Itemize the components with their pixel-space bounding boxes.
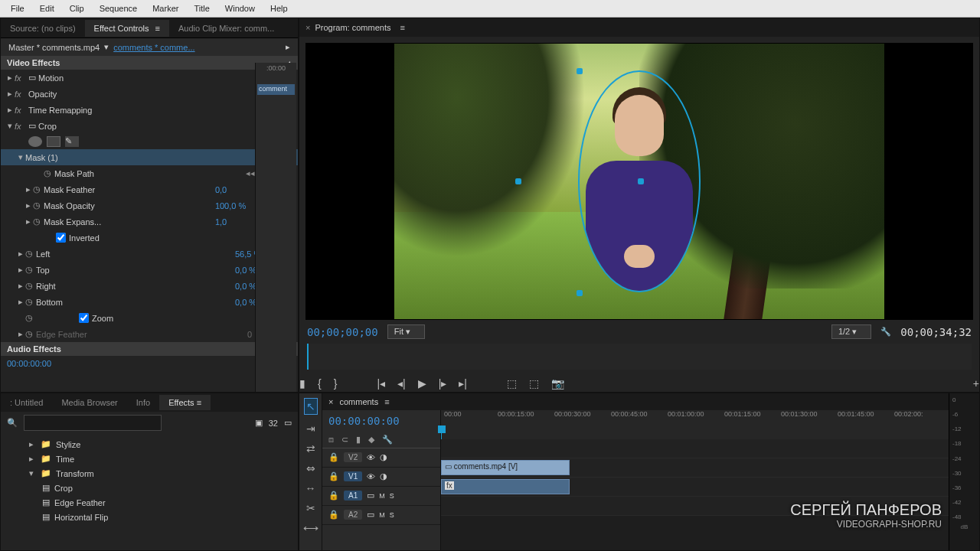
zoom-checkbox[interactable] [79, 313, 89, 323]
crop-right[interactable]: Right [36, 282, 235, 291]
mask-feather[interactable]: Mask Feather [44, 185, 215, 194]
toggle-track-output-icon[interactable]: 👁 [367, 472, 375, 481]
ec-timecode[interactable]: 00:00:00:00 [7, 359, 51, 369]
effects-tree[interactable]: ▸📁Stylize ▸📁Time ▾📁Transform ▤Crop ▤Edge… [1, 434, 298, 527]
track-v2[interactable]: V2 [344, 452, 362, 462]
play-icon[interactable]: ▸ [286, 42, 290, 52]
rolling-tool[interactable]: ⇔ [306, 462, 315, 474]
lock-icon[interactable]: 🔒 [328, 452, 339, 462]
step-forward-button[interactable]: |▸ [439, 377, 447, 390]
crop-bottom[interactable]: Bottom [36, 298, 235, 307]
resolution-dropdown[interactable]: 1/2 ▾ [831, 324, 871, 339]
crop-left[interactable]: Left [36, 249, 235, 259]
video-effects-header[interactable]: Video Effects [7, 58, 60, 67]
tab-effects[interactable]: Effects ≡ [159, 395, 211, 410]
ripple-tool[interactable]: ⇄ [306, 442, 315, 455]
accel-badge-icon[interactable]: ▣ [255, 418, 263, 428]
extract-button[interactable]: ⬚ [529, 377, 539, 390]
32bit-badge-icon[interactable]: 32 [269, 419, 278, 428]
mark-in-button[interactable]: { [318, 377, 322, 390]
lock-icon[interactable]: 🔒 [328, 471, 339, 481]
fx-time-remapping[interactable]: Time Remapping [28, 106, 293, 115]
menu-marker[interactable]: Marker [145, 2, 186, 15]
menu-help[interactable]: Help [263, 2, 296, 15]
marker-tool-icon[interactable]: ▮ [356, 435, 361, 445]
mask-handle[interactable] [638, 178, 644, 184]
export-frame-button[interactable]: 📷 [551, 377, 564, 390]
lock-icon[interactable]: 🔒 [328, 510, 339, 520]
menu-sequence[interactable]: Sequence [92, 2, 145, 15]
play-button[interactable]: ▶ [418, 377, 426, 390]
go-to-out-button[interactable]: ▸| [459, 377, 467, 390]
tab-project[interactable]: : Untitled [1, 395, 52, 410]
lock-icon[interactable]: 🔒 [328, 491, 339, 500]
inverted-checkbox[interactable] [56, 233, 66, 243]
mask-opacity[interactable]: Mask Opacity [44, 201, 215, 210]
tab-source[interactable]: Source: (no clips) [1, 20, 85, 37]
settings-icon[interactable]: 🔧 [880, 327, 891, 337]
effect-edge-feather[interactable]: Edge Feather [54, 498, 106, 507]
lane-v2[interactable] [441, 439, 979, 458]
effect-horizontal-flip[interactable]: Horizontal Flip [54, 513, 108, 522]
zoom-fit-dropdown[interactable]: Fit ▾ [387, 324, 425, 339]
menu-title[interactable]: Title [186, 2, 217, 15]
rate-stretch-tool[interactable]: ↔ [305, 482, 316, 494]
go-to-in-button[interactable]: |◂ [377, 377, 385, 390]
value-mask-expansion[interactable]: 1,0 [215, 217, 261, 227]
playhead[interactable] [441, 425, 442, 439]
rect-mask-button[interactable] [47, 136, 60, 147]
program-viewport[interactable] [394, 44, 884, 319]
step-back-button[interactable]: ◂| [397, 377, 406, 390]
panel-menu-icon[interactable]: ≡ [400, 23, 404, 32]
crop-top[interactable]: Top [36, 266, 235, 275]
mark-out-button[interactable]: } [334, 377, 338, 390]
tab-effect-controls[interactable]: Effect Controls≡ [85, 20, 169, 37]
track-a2[interactable]: A2 [344, 510, 362, 520]
clip-audio[interactable]: fx [441, 479, 570, 494]
slip-tool[interactable]: ⟷ [303, 522, 318, 534]
yuv-badge-icon[interactable]: ▭ [284, 418, 292, 428]
close-icon[interactable]: × [328, 397, 333, 406]
effect-crop[interactable]: Crop [54, 484, 73, 493]
pen-mask-button[interactable]: ✎ [65, 136, 79, 147]
value-mask-opacity[interactable]: 100,0 % [215, 201, 261, 210]
tab-media-browser[interactable]: Media Browser [52, 395, 126, 410]
track-v1[interactable]: V1 [344, 471, 362, 481]
lift-button[interactable]: ⬚ [507, 377, 517, 390]
mask-handle[interactable] [577, 290, 583, 296]
fx-mask[interactable]: Mask (1) [25, 153, 293, 162]
tab-audio-mixer[interactable]: Audio Clip Mixer: comm... [169, 20, 283, 37]
menu-edit[interactable]: Edit [32, 2, 62, 15]
snap-icon[interactable]: ⧈ [328, 435, 334, 445]
track-a1[interactable]: A1 [344, 491, 362, 500]
fx-crop[interactable]: Crop [38, 122, 281, 131]
timeline-tc[interactable]: 00:00:00:00 [328, 415, 400, 427]
program-tc-current[interactable]: 00;00;00;00 [307, 326, 378, 338]
clip-marker[interactable]: comment [257, 84, 295, 95]
mask-handle[interactable] [515, 178, 521, 184]
razor-tool[interactable]: ✂ [306, 502, 315, 514]
value-mask-feather[interactable]: 0,0 [215, 185, 261, 194]
selection-tool[interactable]: ↖ [304, 398, 318, 415]
mask-handle[interactable] [577, 68, 583, 74]
clip-video[interactable]: ▭ comments.mp4 [V] [441, 460, 570, 475]
breadcrumb-link[interactable]: comments * comme... [113, 43, 194, 52]
toggle-track-output-icon[interactable]: 👁 [367, 453, 375, 462]
close-icon[interactable]: × [305, 23, 310, 32]
menu-window[interactable]: Window [217, 2, 263, 15]
audio-effects-header[interactable]: Audio Effects [7, 344, 61, 354]
mask-expansion[interactable]: Mask Expans... [44, 217, 215, 227]
lane-a1[interactable]: fx [441, 478, 979, 497]
ellipse-mask-button[interactable] [28, 136, 42, 147]
menu-file[interactable]: File [3, 2, 32, 15]
sequence-name[interactable]: comments [339, 397, 378, 406]
lane-a2[interactable] [441, 497, 979, 516]
effect-controls-timeline[interactable]: :00:00 comment [255, 63, 296, 392]
timeline-ruler[interactable]: 00:00 00:00:15:00 00:00:30:00 00:00:45:0… [441, 410, 979, 425]
panel-menu-icon[interactable]: ≡ [384, 397, 389, 406]
program-scrubber[interactable] [307, 344, 972, 370]
linked-selection-icon[interactable]: ⊂ [341, 435, 348, 445]
effects-search-input[interactable] [24, 415, 162, 431]
lane-v1[interactable]: ▭ comments.mp4 [V] [441, 458, 979, 478]
tab-info[interactable]: Info [127, 395, 159, 410]
